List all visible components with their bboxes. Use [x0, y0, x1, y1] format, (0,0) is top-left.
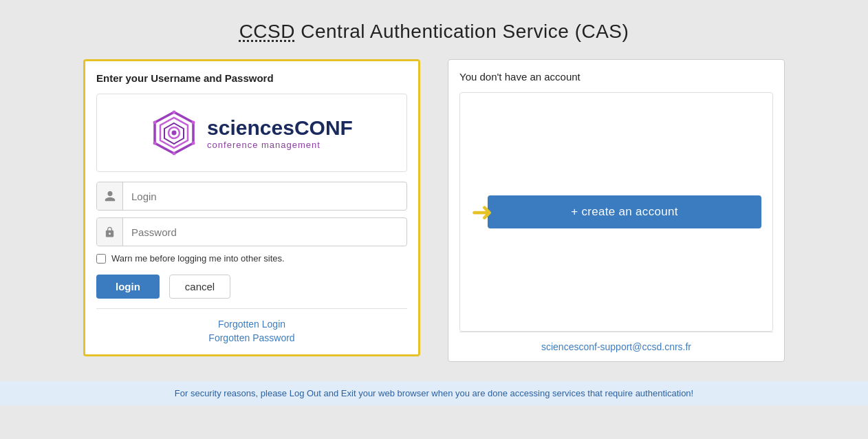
forgotten-login-link[interactable]: Forgotten Login [218, 319, 285, 330]
security-footer: For security reasons, please Log Out and… [0, 381, 868, 405]
register-panel: You don't have an account ➜ + create an … [448, 59, 785, 362]
login-btn-row: login cancel [96, 275, 407, 299]
svg-point-9 [153, 142, 157, 145]
svg-point-7 [192, 142, 195, 145]
page-title: CCSD Central Authentication Service (CAS… [239, 21, 629, 43]
svg-point-8 [173, 152, 176, 156]
register-panel-title: You don't have an account [459, 71, 773, 83]
forgotten-links: Forgotten Login Forgotten Password [96, 308, 407, 343]
password-input-row [96, 217, 407, 246]
warn-checkbox[interactable] [96, 254, 106, 264]
login-button[interactable]: login [96, 275, 160, 299]
arrow-right-icon: ➜ [471, 199, 493, 225]
warn-label: Warn me before logging me into other sit… [111, 253, 285, 264]
svg-point-5 [173, 111, 176, 114]
lock-icon [97, 218, 123, 246]
svg-point-10 [153, 121, 157, 125]
footer-text: For security reasons, please Log Out and… [175, 388, 693, 398]
logo-area: sciencesCONF conference management [96, 94, 407, 172]
create-account-button[interactable]: + create an account [488, 195, 761, 228]
login-panel-title: Enter your Username and Password [96, 72, 407, 84]
logo-conf: CONF [294, 116, 353, 139]
create-account-row: ➜ + create an account [460, 195, 772, 228]
logo-brand: sciencesCONF [207, 116, 353, 140]
logo-sub: conference management [207, 140, 321, 150]
logo-text: sciencesCONF conference management [207, 116, 353, 150]
ccsd-underline: CCSD [239, 21, 295, 42]
warn-row: Warn me before logging me into other sit… [96, 253, 407, 264]
main-content: Enter your Username and Password [56, 59, 812, 362]
support-email-link[interactable]: sciencesconf-support@ccsd.cnrs.fr [541, 341, 691, 352]
title-suffix: Central Authentication Service (CAS) [295, 21, 629, 42]
login-panel: Enter your Username and Password [83, 59, 420, 356]
support-area: sciencesconf-support@ccsd.cnrs.fr [459, 332, 773, 361]
svg-point-4 [172, 131, 177, 136]
forgotten-password-link[interactable]: Forgotten Password [208, 332, 294, 343]
svg-point-6 [192, 121, 195, 125]
user-icon [97, 182, 123, 210]
login-input-row [96, 182, 407, 211]
logo-sciences: sciences [207, 116, 294, 139]
cancel-button[interactable]: cancel [169, 275, 230, 299]
login-input[interactable] [123, 185, 406, 208]
sciencesconf-logo-icon [151, 109, 197, 156]
register-inner: ➜ + create an account [459, 92, 773, 332]
password-input[interactable] [123, 221, 406, 244]
